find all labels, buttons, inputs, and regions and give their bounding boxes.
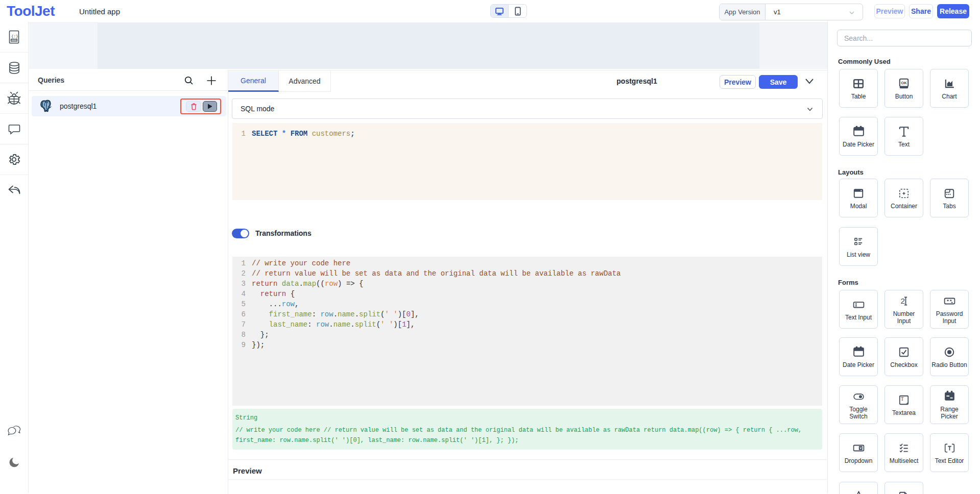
svg-text:T: T — [901, 396, 904, 401]
svg-text:{:}: {:} — [11, 34, 18, 38]
svg-text:**: ** — [946, 299, 952, 304]
svg-text:OK: OK — [901, 81, 907, 85]
svg-text:2: 2 — [900, 297, 905, 305]
